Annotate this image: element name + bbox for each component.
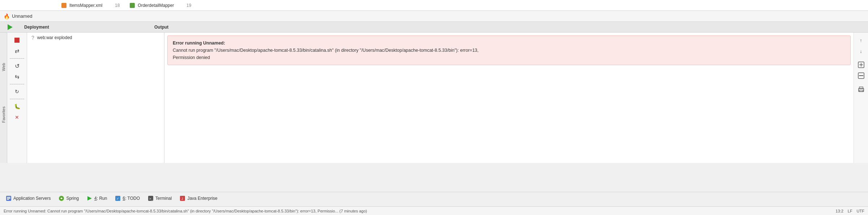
output-header: Output [150,25,868,30]
refresh-button[interactable]: ↻ [11,87,23,96]
arrow-down-icon: ↓ [860,49,862,54]
line-ending-indicator: LF [848,209,852,213]
undeploy-icon [858,72,865,79]
status-bar: Error running Unnamed: Cannot run progra… [0,206,868,215]
toolbar-divider-1 [10,58,24,59]
tab-todo[interactable]: ✓ 6: TODO [111,193,143,203]
svg-rect-4 [859,75,863,76]
deployment-item-label: web:war exploded [37,35,72,40]
tab-run-label: 4: Run [94,196,107,201]
move-up-button[interactable]: ↑ [856,35,866,45]
sidebar-web-tab[interactable]: Web [1,62,7,72]
main-area: Web Favorites ⇄ ↺ ⇆ ↻ 🐛 ✕ ? we [0,33,868,163]
deployment-header: Deployment [20,25,150,30]
tab-spring-label: Spring [66,196,79,201]
print-icon [858,86,865,93]
panel-header-row: Deployment Output [0,22,868,33]
run-tab-icon [87,195,93,201]
deployment-panel: ? web:war exploded [27,33,164,163]
toolbar-divider-2 [10,84,24,84]
encoding-indicator: UTF [857,209,864,213]
undeploy-button[interactable] [856,71,866,80]
svg-rect-10 [7,198,10,199]
tab-spring[interactable]: Spring [55,193,82,203]
stop-icon [14,38,20,43]
run-fire-icon: 🔥 [4,13,10,19]
play-button[interactable] [7,24,14,31]
svg-rect-9 [7,197,10,198]
file-row-1: ItemsMapper.xml 18 OrderdetailMapper 19 [61,3,191,8]
swap-button[interactable]: ⇄ [11,46,23,56]
tab-java-enterprise[interactable]: J Java Enterprise [176,193,221,203]
deployment-item[interactable]: ? web:war exploded [27,33,164,43]
error-line2: Permission denied [173,54,845,61]
swap-icon: ⇄ [15,48,20,54]
error-line1: Cannot run program "/Users/mac/Desktop/a… [173,47,845,54]
output-panel: Error running Unnamed: Cannot run progra… [164,33,854,163]
arrow-up-icon: ↑ [860,38,862,43]
file-name-1: ItemsMapper.xml [69,3,102,8]
tab-run[interactable]: 4: Run [83,193,111,203]
svg-marker-13 [87,196,92,201]
tab-todo-label: 6: TODO [123,196,140,201]
svg-text:✓: ✓ [116,197,119,201]
error-title: Error running Unnamed: [173,39,845,47]
xml-file-icon [61,3,66,8]
action-buttons-panel: ↑ ↓ [854,33,868,163]
play-triangle-icon [8,24,13,30]
enterprise-icon: J [180,195,185,201]
toolbar: ⇄ ↺ ⇆ ↻ 🐛 ✕ [7,33,27,163]
tab-terminal-label: Terminal [155,196,172,201]
tab-enterprise-label: Java Enterprise [187,196,217,201]
close-button[interactable]: ✕ [11,113,23,122]
status-right-area: 13:2 LF UTF [835,209,864,213]
left-sidebar: Web Favorites [0,33,7,163]
deploy-icon [858,61,865,68]
run-bar-title: Unnamed [12,13,32,19]
question-mark-icon: ? [31,35,34,41]
debug-button[interactable]: 🐛 [11,102,23,111]
svg-text:>_: >_ [149,197,153,201]
line-num-1: 18 [105,3,120,8]
svg-rect-11 [7,199,9,200]
spring-icon [59,195,64,201]
stop-button[interactable] [11,35,23,45]
line-num-2: 19 [177,3,191,8]
restart-button[interactable]: ↺ [11,61,23,71]
tab-terminal[interactable]: >_ Terminal [144,193,175,203]
print-button[interactable] [856,85,866,94]
top-file-area: ItemsMapper.xml 18 OrderdetailMapper 19 [0,0,868,11]
move-down-button[interactable]: ↓ [856,46,866,56]
java-file-icon [130,3,135,8]
refresh-icon: ↻ [15,89,19,94]
run-bar: 🔥 Unnamed [0,11,868,22]
swap2-icon: ⇆ [15,73,20,80]
swap2-button[interactable]: ⇆ [11,72,23,81]
status-message: Error running Unnamed: Cannot run progra… [4,209,833,213]
restart-icon: ↺ [15,63,20,69]
todo-icon: ✓ [115,195,121,201]
file-name-2: OrderdetailMapper [138,3,174,8]
svg-text:J: J [181,197,183,201]
debug-icon: 🐛 [14,104,20,109]
tab-application-servers[interactable]: Application Servers [2,193,54,203]
error-box: Error running Unnamed: Cannot run progra… [167,35,851,65]
toolbar-divider-3 [10,99,24,99]
terminal-icon: >_ [148,195,154,201]
bottom-tabbar: Application Servers Spring 4: Run ✓ 6: T… [0,192,868,204]
close-x-icon: ✕ [15,114,19,120]
sidebar-favorites-tab[interactable]: Favorites [1,105,7,124]
appserver-icon [6,195,12,201]
deploy-button[interactable] [856,60,866,69]
line-col-indicator: 13:2 [835,209,843,213]
tab-app-servers-label: Application Servers [13,196,51,201]
